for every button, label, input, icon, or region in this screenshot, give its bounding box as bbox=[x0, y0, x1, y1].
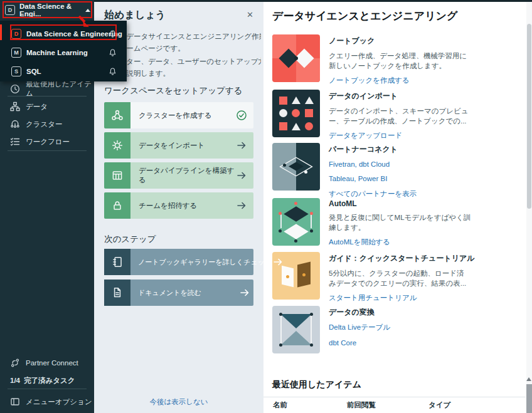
chevron-up-icon bbox=[85, 9, 90, 12]
workflows-icon bbox=[9, 136, 21, 147]
sidebar-item-label: 完了済みタスク bbox=[24, 376, 75, 385]
card-title: AutoML bbox=[329, 199, 471, 208]
arrow-right-icon bbox=[236, 140, 247, 151]
card-desc: 発見と反復に関してMLモデルをすばやく訓練します。 bbox=[329, 212, 471, 233]
arrow-right-icon bbox=[272, 256, 284, 268]
dbt-core-link[interactable]: dbt Core bbox=[329, 339, 390, 347]
persona-badge-icon: D bbox=[5, 5, 15, 15]
upload-data-link[interactable]: データをアップロード bbox=[329, 131, 469, 140]
persona-m-badge-icon: M bbox=[11, 48, 21, 58]
step-label: データパイプラインを構築する bbox=[130, 166, 236, 185]
next-button-label: ノートブックギャラリーを詳しくチェック bbox=[130, 258, 272, 267]
bell-icon bbox=[107, 47, 118, 58]
start-automl-link[interactable]: AutoMLを開始する bbox=[329, 238, 471, 247]
sidebar-item-label: メニューオプション bbox=[26, 397, 92, 407]
menu-item-sql[interactable]: S SQL bbox=[0, 62, 127, 81]
bell-icon bbox=[107, 66, 118, 76]
card-title: データの変換 bbox=[329, 307, 390, 318]
menu-item-label: SQL bbox=[26, 68, 41, 75]
page-title: データサイエンスとエンジニアリング bbox=[272, 9, 457, 23]
sidebar-item-completed-tasks[interactable]: 1/4 完了済みタスク bbox=[0, 374, 94, 387]
column-header-last-viewed[interactable]: 前回閲覧 bbox=[347, 400, 428, 410]
partner-connect-icon bbox=[9, 357, 21, 369]
gear-icon bbox=[104, 132, 130, 159]
notebook-gallery-button[interactable]: ノートブックギャラリーを詳しくチェック bbox=[104, 249, 253, 275]
card-partner-connect: パートナーコネクト Fivetran, dbt Cloud Tableau, P… bbox=[272, 143, 523, 199]
clock-icon bbox=[9, 83, 21, 95]
menu-options-icon bbox=[9, 396, 21, 407]
sidebar-item-label: Partner Connect bbox=[26, 359, 78, 367]
all-partners-link[interactable]: すべてのパートナーを表示 bbox=[329, 189, 417, 199]
card-title: ガイド：クイックスタートチュートリアル bbox=[329, 253, 475, 264]
create-notebook-link[interactable]: ノートブックを作成する bbox=[329, 76, 467, 85]
clusters-icon bbox=[9, 118, 21, 130]
intro-paragraph-1: ここはデータサイエンスとエンジニアリング作業にお けるホームページです。 bbox=[104, 31, 261, 55]
automl-tile-icon bbox=[272, 198, 320, 246]
starter-tutorial-link[interactable]: スタート用チュートリアル bbox=[329, 293, 475, 303]
step-label: チームを招待する bbox=[130, 201, 236, 211]
sidebar-item-clusters[interactable]: クラスター bbox=[0, 117, 94, 131]
persona-switcher-button[interactable]: D Data Science & Engi... bbox=[5, 3, 90, 17]
card-notebook: ノートブック クエリー作成、データ処理、機械学習用に新しいノートブックを作成しま… bbox=[272, 34, 523, 85]
read-docs-button[interactable]: ドキュメントを読む bbox=[104, 280, 253, 306]
card-automl: AutoML 発見と反復に関してMLモデルをすばやく訓練します。 AutoMLを… bbox=[272, 198, 523, 247]
bell-icon bbox=[107, 28, 118, 39]
persona-button-label: Data Science & Engi... bbox=[19, 3, 81, 18]
delta-live-tables-link[interactable]: Delta Liveテーブル bbox=[329, 323, 390, 332]
step-import-data[interactable]: データをインポート bbox=[104, 132, 253, 159]
fivetran-dbt-link[interactable]: Fivetran, dbt Cloud bbox=[329, 160, 417, 168]
persona-s-badge-icon: S bbox=[11, 66, 21, 76]
sidebar-divider bbox=[8, 389, 87, 389]
getting-started-title: 始めましょう bbox=[104, 9, 166, 22]
persona-menu: D Data Science & Engineering M Machine L… bbox=[0, 21, 127, 81]
notebook-icon bbox=[104, 249, 130, 275]
sidebar-item-recents[interactable]: 最近使用したアイテム bbox=[0, 82, 94, 96]
intro-paragraph-2: クラスター、データ、ユーザーのセットアップ方法に ついて説明します。 bbox=[104, 56, 261, 80]
menu-item-label: Machine Learning bbox=[26, 49, 88, 56]
step-build-pipeline[interactable]: データパイプラインを構築する bbox=[104, 162, 253, 189]
card-desc: 5分以内に、クラスターの起動、ロード済みデータでのクエリーの実行、結果の表... bbox=[329, 268, 475, 288]
card-title: パートナーコネクト bbox=[329, 144, 417, 155]
card-desc: クエリー作成、データ処理、機械学習用に新しいノートブックを作成します。 bbox=[329, 51, 467, 71]
tableau-powerbi-link[interactable]: Tableau, Power BI bbox=[329, 175, 417, 182]
lock-icon bbox=[104, 192, 130, 219]
check-circle-icon bbox=[236, 110, 247, 121]
intro-line: クラスター、データ、ユーザーのセットアップ方法に bbox=[104, 58, 261, 65]
next-button-label: ドキュメントを読む bbox=[130, 288, 238, 298]
step-label: クラスターを作成する bbox=[130, 111, 236, 120]
next-steps-heading: 次のステップ bbox=[104, 234, 156, 245]
sidebar-item-menu-options[interactable]: メニューオプション bbox=[0, 395, 94, 409]
arrow-right-icon bbox=[238, 287, 251, 298]
table-scrollbar-thumb[interactable] bbox=[526, 384, 532, 413]
card-desc: データのインポート、スキーマのプレビュー、テーブルの作成、ノートブックでの... bbox=[329, 106, 469, 126]
sidebar-item-partner-connect[interactable]: Partner Connect bbox=[0, 356, 94, 370]
notebook-tile-icon bbox=[272, 34, 320, 82]
tasks-progress: 1/4 bbox=[10, 377, 20, 384]
sidebar-item-label: データ bbox=[26, 102, 48, 112]
databricks-window: 始めましょう ✕ ここはデータサイエンスとエンジニアリング作業にお けるホームペ… bbox=[0, 0, 532, 413]
step-label: データをインポート bbox=[130, 141, 236, 150]
menu-item-machine-learning[interactable]: M Machine Learning bbox=[0, 43, 127, 62]
page-scrollbar-thumb[interactable] bbox=[527, 24, 531, 209]
step-create-cluster[interactable]: クラスターを作成する bbox=[104, 102, 253, 128]
column-header-type[interactable]: タイプ bbox=[428, 400, 526, 410]
recent-items-header-row: 名前 前回閲覧 タイプ bbox=[263, 397, 526, 413]
column-header-name[interactable]: 名前 bbox=[263, 400, 347, 410]
table-scroll-up-icon[interactable] bbox=[526, 377, 531, 381]
dont-show-again-link[interactable]: 今後は表示しない bbox=[94, 397, 263, 407]
menu-item-data-science-engineering[interactable]: D Data Science & Engineering bbox=[0, 24, 127, 43]
setup-section-heading: ワークスペースをセットアップする bbox=[104, 85, 242, 97]
sidebar-item-label: ワークフロー bbox=[26, 137, 70, 147]
card-transform-data: データの変換 Delta Liveテーブル dbt Core bbox=[272, 306, 523, 353]
cluster-icon bbox=[104, 102, 130, 128]
sidebar-item-workflows[interactable]: ワークフロー bbox=[0, 135, 94, 149]
step-invite-team[interactable]: チームを招待する bbox=[104, 192, 253, 219]
card-title: データのインポート bbox=[329, 91, 469, 102]
sidebar-item-label: クラスター bbox=[26, 120, 63, 129]
close-icon[interactable]: ✕ bbox=[247, 10, 253, 19]
sidebar-divider bbox=[8, 96, 87, 97]
arrow-right-icon bbox=[236, 170, 247, 181]
card-import-data: データのインポート データのインポート、スキーマのプレビュー、テーブルの作成、ノ… bbox=[272, 90, 523, 140]
sidebar-item-data[interactable]: データ bbox=[0, 100, 94, 113]
card-title: ノートブック bbox=[329, 36, 467, 46]
